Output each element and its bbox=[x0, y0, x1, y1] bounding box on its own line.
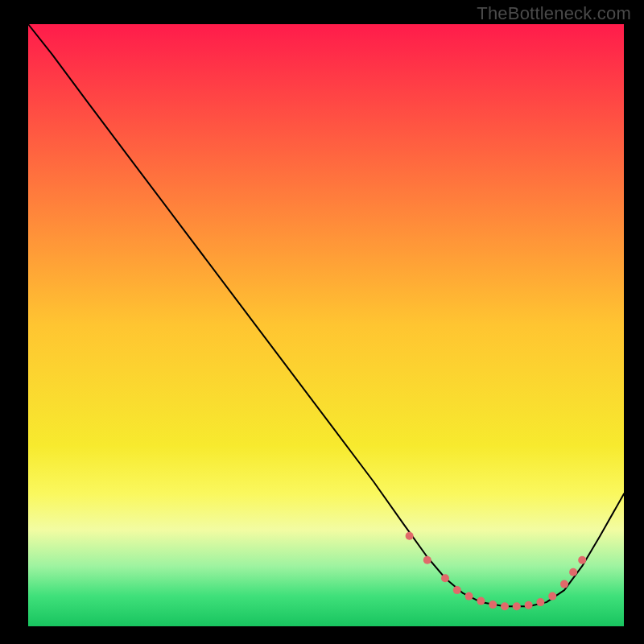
marker-dot bbox=[489, 601, 497, 609]
marker-dot bbox=[560, 580, 568, 588]
marker-dot bbox=[477, 597, 485, 605]
marker-dot bbox=[569, 568, 577, 576]
marker-dot bbox=[406, 532, 414, 540]
marker-dot bbox=[465, 592, 473, 601]
chart-frame: TheBottleneck.com bbox=[0, 0, 644, 644]
plot-background bbox=[28, 24, 624, 626]
marker-dot bbox=[578, 556, 586, 564]
marker-dot bbox=[525, 601, 533, 609]
watermark-text: TheBottleneck.com bbox=[477, 3, 631, 24]
marker-dot bbox=[501, 602, 509, 610]
marker-dot bbox=[453, 586, 461, 594]
chart-canvas bbox=[0, 0, 644, 644]
marker-dot bbox=[513, 602, 521, 610]
marker-dot bbox=[536, 598, 544, 606]
marker-dot bbox=[548, 592, 556, 601]
marker-dot bbox=[423, 556, 431, 564]
marker-dot bbox=[441, 574, 449, 582]
